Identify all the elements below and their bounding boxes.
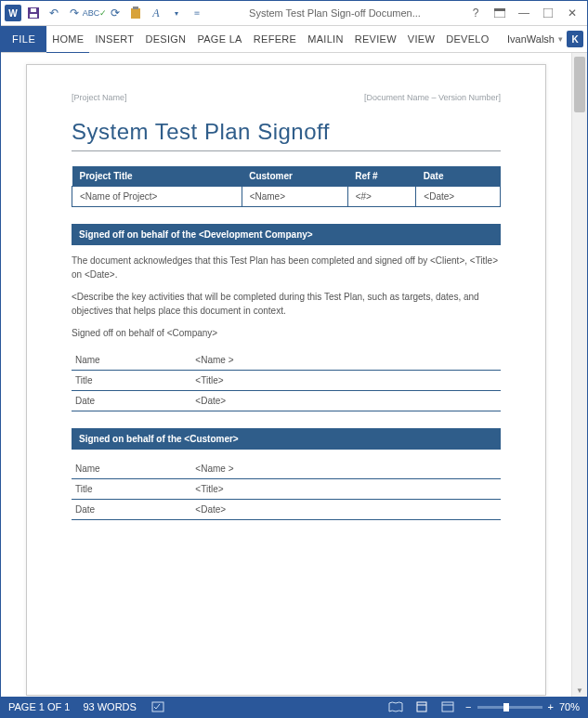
- svg-rect-9: [417, 702, 426, 711]
- sign2-label-name: Name: [72, 459, 191, 479]
- svg-rect-11: [442, 702, 453, 711]
- maximize-icon[interactable]: [537, 5, 559, 21]
- zoom-value[interactable]: 70%: [559, 701, 580, 712]
- sign2-title: <Title>: [191, 478, 501, 499]
- vertical-scrollbar[interactable]: ▲ ▼: [571, 53, 587, 697]
- tab-insert[interactable]: INSERT: [89, 26, 139, 52]
- read-mode-icon[interactable]: [387, 700, 404, 713]
- sign-label-title: Title: [72, 370, 191, 390]
- document-title: System Test Plan Signoff: [72, 119, 501, 145]
- qat-more-icon[interactable]: ＝: [189, 5, 205, 21]
- sign2-label-date: Date: [72, 499, 191, 519]
- tab-references[interactable]: REFERE: [248, 26, 302, 52]
- tab-design[interactable]: DESIGN: [139, 26, 191, 52]
- sign2-name: <Name >: [191, 459, 501, 479]
- word-window: W ↶ ↷ ABC✓ ⟳ A ▾ ＝ System Test Plan Sign…: [0, 0, 588, 718]
- svg-rect-7: [543, 8, 553, 18]
- sign2-date: <Date>: [191, 499, 501, 519]
- zoom-out-icon[interactable]: −: [465, 701, 471, 712]
- svg-rect-6: [494, 8, 505, 11]
- zoom-control: − + 70%: [465, 701, 580, 712]
- zoom-slider[interactable]: [477, 706, 542, 709]
- ribbon-display-icon[interactable]: [489, 5, 511, 21]
- minimize-icon[interactable]: —: [513, 5, 535, 21]
- window-buttons: ? — ✕: [464, 5, 583, 21]
- sign1-date: <Date>: [191, 390, 501, 411]
- sign2-label-title: Title: [72, 478, 191, 499]
- status-bar: PAGE 1 OF 1 93 WORDS − + 70%: [1, 697, 587, 717]
- repeat-icon[interactable]: ⟳: [107, 5, 124, 21]
- user-name[interactable]: IvanWalsh: [507, 33, 555, 45]
- desc-paragraph: <Describe the key activities that will b…: [72, 291, 501, 318]
- page-header-left: [Project Name]: [72, 93, 127, 102]
- proofing-icon[interactable]: [150, 700, 166, 713]
- ack-paragraph: The document acknowledges that this Test…: [72, 255, 501, 281]
- title-rule: [72, 150, 501, 151]
- meta-td-customer: <Name>: [242, 187, 347, 207]
- paste-icon[interactable]: [127, 5, 144, 21]
- customer-signoff-bar: Signed on behalf of the <Customer>: [72, 428, 501, 450]
- redo-icon[interactable]: ↷: [66, 5, 83, 21]
- scroll-down-icon[interactable]: ▼: [572, 684, 587, 697]
- meta-td-project: <Name of Project>: [72, 187, 242, 207]
- tab-pagelayout[interactable]: PAGE LA: [191, 26, 247, 52]
- scroll-thumb[interactable]: [574, 57, 585, 112]
- tab-view[interactable]: VIEW: [402, 26, 440, 52]
- tab-file[interactable]: FILE: [1, 26, 46, 52]
- status-page[interactable]: PAGE 1 OF 1: [8, 701, 70, 712]
- meta-th-date: Date: [416, 166, 501, 187]
- user-menu-icon[interactable]: ▾: [558, 34, 563, 44]
- tab-review[interactable]: REVIEW: [349, 26, 402, 52]
- svg-rect-2: [31, 8, 36, 12]
- meta-th-customer: Customer: [242, 166, 347, 187]
- dev-company-signoff-bar: Signed off on behalf of the <Development…: [72, 224, 501, 245]
- spellcheck-icon[interactable]: ABC✓: [86, 5, 103, 21]
- undo-icon[interactable]: ↶: [46, 5, 62, 21]
- svg-rect-4: [133, 7, 138, 9]
- dev-signoff-table: Name<Name > Title<Title> Date<Date>: [72, 350, 501, 411]
- save-icon[interactable]: [25, 5, 42, 21]
- sign-label-name: Name: [72, 350, 191, 371]
- user-avatar[interactable]: K: [567, 31, 583, 47]
- sign1-title: <Title>: [191, 370, 501, 390]
- tab-mailings[interactable]: MAILIN: [302, 26, 348, 52]
- svg-rect-1: [30, 14, 37, 18]
- svg-rect-3: [131, 8, 140, 19]
- meta-th-project: Project Title: [72, 166, 242, 187]
- help-icon[interactable]: ?: [464, 5, 487, 21]
- web-layout-icon[interactable]: [439, 700, 456, 713]
- meta-td-date: <Date>: [416, 187, 501, 207]
- quick-access-toolbar: W ↶ ↷ ABC✓ ⟳ A ▾ ＝: [5, 5, 205, 21]
- project-meta-table: Project Title Customer Ref # Date <Name …: [72, 166, 501, 207]
- tab-developer[interactable]: DEVELO: [440, 26, 494, 52]
- window-title: System Test Plan Sign-off Documen...: [205, 7, 464, 19]
- print-layout-icon[interactable]: [413, 700, 430, 713]
- font-icon[interactable]: A: [148, 5, 164, 21]
- signed-company-line: Signed off on behalf of <Company>: [72, 327, 501, 341]
- sign-label-date: Date: [72, 390, 191, 411]
- customer-signoff-table: Name<Name > Title<Title> Date<Date>: [72, 459, 501, 520]
- close-icon[interactable]: ✕: [561, 5, 583, 21]
- meta-td-ref: <#>: [347, 187, 416, 207]
- tab-home[interactable]: HOME: [46, 26, 89, 54]
- sign1-name: <Name >: [191, 350, 501, 371]
- zoom-in-icon[interactable]: +: [548, 701, 554, 712]
- meta-th-ref: Ref #: [347, 166, 416, 187]
- qat-customize-icon[interactable]: ▾: [168, 5, 185, 21]
- word-app-icon[interactable]: W: [5, 5, 21, 21]
- page-header-right: [Document Name – Version Number]: [364, 93, 501, 102]
- page[interactable]: [Project Name] [Document Name – Version …: [26, 64, 546, 696]
- ribbon-tabs: FILE HOME INSERT DESIGN PAGE LA REFERE M…: [1, 26, 587, 53]
- status-words[interactable]: 93 WORDS: [83, 701, 136, 712]
- page-canvas[interactable]: [Project Name] [Document Name – Version …: [1, 53, 571, 697]
- document-area: [Project Name] [Document Name – Version …: [1, 53, 587, 697]
- title-bar: W ↶ ↷ ABC✓ ⟳ A ▾ ＝ System Test Plan Sign…: [1, 1, 587, 26]
